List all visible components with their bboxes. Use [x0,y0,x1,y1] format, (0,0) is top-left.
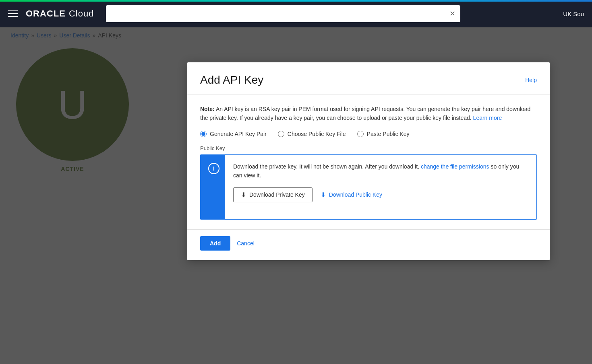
radio-paste-label: Paste Public Key [367,131,410,137]
top-navigation-bar: ORACLE Cloud vault ✕ UK Sou [0,0,592,27]
region-label: UK Sou [563,10,584,17]
radio-choose-label: Choose Public Key File [288,131,346,137]
search-bar-container: vault ✕ [106,5,460,22]
download-private-icon: ⬇ [241,191,246,199]
info-message: Download the private key. It will not be… [233,162,528,180]
radio-generate[interactable]: Generate API Key Pair [200,131,267,137]
oracle-logo: ORACLE Cloud [26,8,94,19]
modal-body: Note: An API key is an RSA key pair in P… [187,95,550,229]
add-api-key-modal: Add API Key Help Note: An API key is an … [187,62,550,260]
radio-paste-input[interactable] [357,131,364,137]
download-private-label: Download Private Key [249,191,305,198]
cancel-button[interactable]: Cancel [237,240,255,247]
info-box: i Download the private key. It will not … [200,154,537,220]
gradient-bar [0,0,592,2]
note-prefix: Note: [200,106,215,112]
learn-more-link[interactable]: Learn more [473,115,502,121]
info-message-part1: Download the private key. It will not be… [233,163,419,170]
download-buttons: ⬇ Download Private Key ⬇ Download Public… [233,187,528,202]
note-paragraph: Note: An API key is an RSA key pair in P… [200,105,537,123]
download-public-label: Download Public Key [329,191,382,198]
radio-group: Generate API Key Pair Choose Public Key … [200,131,537,137]
modal-header: Add API Key Help [187,62,550,95]
radio-choose[interactable]: Choose Public Key File [278,131,346,137]
modal-footer: Add Cancel [187,229,550,260]
search-input[interactable]: vault [106,5,460,22]
search-clear-button[interactable]: ✕ [449,9,455,18]
change-permissions-link[interactable]: change the file permissions [421,163,489,170]
download-public-key-button[interactable]: ⬇ Download Public Key [321,191,382,199]
radio-generate-input[interactable] [200,131,207,137]
info-sidebar: i [203,155,225,219]
radio-generate-label: Generate API Key Pair [210,131,267,137]
public-key-label: Public Key [200,145,537,151]
info-content: Download the private key. It will not be… [225,155,536,219]
hamburger-menu[interactable] [8,10,18,17]
modal-help-link[interactable]: Help [525,77,537,83]
info-icon: i [208,163,219,174]
radio-paste[interactable]: Paste Public Key [357,131,410,137]
modal-title: Add API Key [200,74,263,86]
download-private-key-button[interactable]: ⬇ Download Private Key [233,187,313,202]
download-public-icon: ⬇ [321,191,326,199]
radio-choose-input[interactable] [278,131,284,137]
add-button[interactable]: Add [200,236,230,251]
